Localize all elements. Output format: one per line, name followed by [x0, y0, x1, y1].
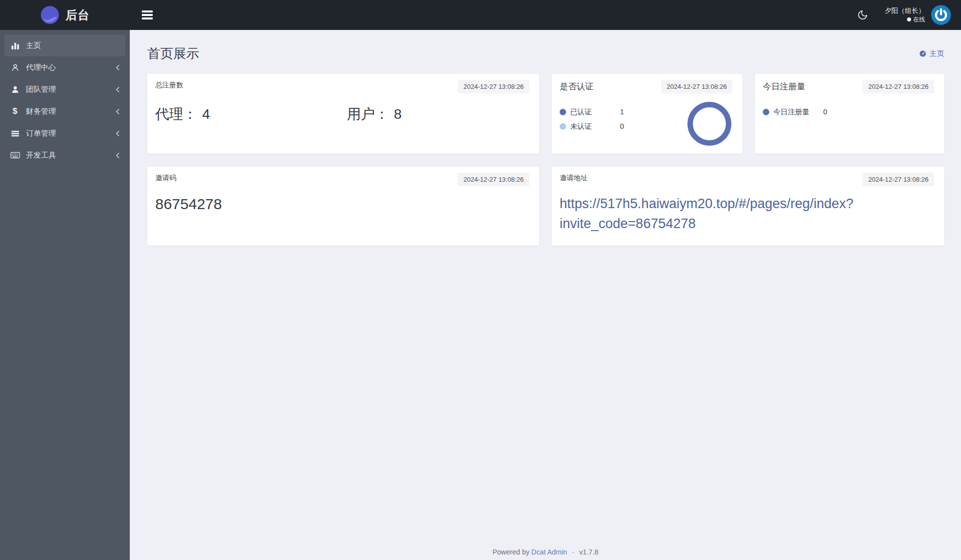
sidebar-item-home[interactable]: 主页	[4, 34, 125, 56]
footer: Powered by Dcat Admin · v1.7.8	[130, 548, 961, 556]
sidebar-toggle-button[interactable]	[142, 10, 155, 20]
legend-item-today: 今日注册量 0	[763, 106, 936, 118]
bar-chart-icon	[10, 41, 20, 50]
sidebar: 主页 代理中心 团队管理 $ 财务管理	[0, 30, 130, 560]
footer-version: v1.7.8	[579, 548, 598, 556]
user-menu[interactable]: 夕阳（组长） 在线	[885, 6, 925, 23]
user-status: 在线	[885, 15, 925, 23]
today-legend: 今日注册量 0	[763, 106, 936, 118]
agent-count: 代理： 4	[155, 105, 347, 124]
legend-dot-icon	[560, 123, 566, 130]
dashboard-icon	[919, 50, 927, 57]
timestamp-badge: 2024-12-27 13:08:26	[458, 80, 529, 93]
user-count: 用户： 8	[347, 105, 402, 124]
footer-separator: ·	[572, 548, 575, 556]
timestamp-badge: 2024-12-27 13:08:26	[863, 173, 934, 186]
timestamp-badge: 2024-12-27 13:08:26	[661, 80, 732, 93]
registration-stats: 代理： 4 用户： 8	[155, 105, 531, 124]
keyboard-icon	[10, 152, 20, 159]
chevron-left-icon	[116, 108, 120, 115]
card-total-registrations: 总注册数 2024-12-27 13:08:26 代理： 4 用户： 8	[147, 74, 539, 154]
breadcrumb[interactable]: 主页	[919, 49, 944, 58]
online-status-dot-icon	[907, 17, 911, 21]
timestamp-badge: 2024-12-27 13:08:26	[458, 173, 529, 186]
card-auth-status: 是否认证 2024-12-27 13:08:26 已认证 1 未认证 0	[552, 74, 742, 154]
main-content: 首页展示 主页 总注册数 2024-12-27 13:08:26 代理： 4	[130, 30, 961, 560]
top-navbar: 后台 夕阳（组长） 在线	[0, 0, 961, 30]
moon-icon	[857, 9, 868, 20]
card-invite-code: 邀请码 2024-12-27 13:08:26 86754278	[147, 167, 539, 246]
app-logo-area[interactable]: 后台	[0, 0, 130, 30]
person-icon	[10, 63, 20, 72]
cards-row-1: 总注册数 2024-12-27 13:08:26 代理： 4 用户： 8 是否认…	[147, 74, 944, 154]
list-icon	[10, 129, 20, 138]
sidebar-item-finance-management[interactable]: $ 财务管理	[0, 100, 130, 122]
sidebar-item-order-management[interactable]: 订单管理	[0, 122, 130, 144]
breadcrumb-home[interactable]: 主页	[930, 49, 944, 58]
chevron-left-icon	[116, 86, 120, 93]
dollar-icon: $	[10, 106, 20, 116]
user-name: 夕阳（组长）	[885, 6, 925, 15]
sidebar-item-team-management[interactable]: 团队管理	[0, 78, 130, 100]
team-icon	[10, 85, 20, 94]
cards-row-2: 邀请码 2024-12-27 13:08:26 86754278 邀请地址 20…	[147, 167, 944, 246]
page-header: 首页展示 主页	[147, 45, 944, 62]
invite-code-value: 86754278	[155, 196, 531, 213]
dcat-admin-link[interactable]: Dcat Admin	[531, 548, 567, 556]
auth-donut-chart	[687, 102, 731, 146]
legend-dot-icon	[763, 109, 769, 115]
legend-dot-icon	[560, 109, 566, 115]
chevron-left-icon	[116, 64, 120, 71]
page-title: 首页展示	[147, 45, 199, 62]
navbar-right: 夕阳（组长） 在线	[852, 5, 961, 25]
chevron-left-icon	[116, 130, 120, 137]
app-logo-icon	[40, 5, 59, 24]
invite-url-link[interactable]: https://517h5.haiwaiym20.top/#/pages/reg…	[560, 194, 909, 234]
sidebar-item-dev-tools[interactable]: 开发工具	[0, 144, 130, 166]
dark-mode-toggle[interactable]	[852, 5, 874, 25]
timestamp-badge: 2024-12-27 13:08:26	[863, 80, 934, 93]
chevron-left-icon	[116, 152, 120, 159]
card-invite-url: 邀请地址 2024-12-27 13:08:26 https://517h5.h…	[552, 167, 944, 246]
footer-powered-text: Powered by	[492, 548, 529, 556]
user-avatar[interactable]	[931, 5, 951, 25]
app-title: 后台	[66, 7, 90, 23]
sidebar-item-agent-center[interactable]: 代理中心	[0, 56, 130, 78]
card-today-registrations: 今日注册量 2024-12-27 13:08:26 今日注册量 0	[755, 74, 944, 154]
